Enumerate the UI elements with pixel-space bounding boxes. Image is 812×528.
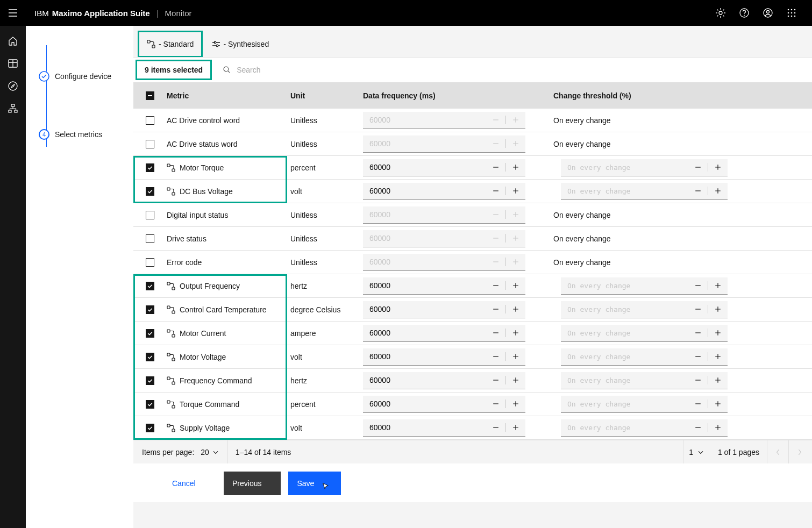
row-checkbox[interactable] [146,140,154,148]
save-button[interactable]: Save [288,472,341,495]
decrement-button[interactable] [688,277,708,294]
threshold-input[interactable] [561,372,688,389]
previous-button[interactable]: Previous [224,472,281,495]
increment-button[interactable] [506,182,525,199]
account-button[interactable] [756,0,780,26]
decrement-button[interactable] [688,324,708,341]
step-configure-device[interactable]: Configure device [39,71,127,82]
rail-explore[interactable] [8,81,18,91]
decrement-button[interactable] [688,395,708,412]
frequency-input[interactable] [363,396,486,412]
increment-button[interactable] [506,395,525,412]
cancel-button[interactable]: Cancel [163,472,216,495]
increment-button[interactable] [506,372,525,389]
decrement-button[interactable] [486,372,505,389]
row-checkbox[interactable] [146,376,154,385]
decrement-button[interactable] [486,159,505,176]
increment-button[interactable] [506,301,525,318]
decrement-button[interactable] [688,419,708,436]
decrement-button[interactable] [688,159,708,176]
increment-button[interactable] [708,182,728,199]
minus-icon [694,163,702,172]
frequency-input[interactable] [363,301,486,318]
settings-button[interactable] [709,0,732,26]
decrement-button[interactable] [486,348,505,365]
decrement-button[interactable] [688,301,708,318]
minus-icon [492,187,500,195]
frequency-input[interactable] [363,419,486,436]
increment-button[interactable] [708,277,728,294]
prev-page-button[interactable] [767,440,788,464]
col-thr[interactable]: Change threshold (%) [546,91,812,100]
increment-button[interactable] [708,324,728,341]
increment-button[interactable] [506,348,525,365]
decrement-button[interactable] [688,348,708,365]
col-unit[interactable]: Unit [290,91,363,100]
increment-button[interactable] [506,324,525,341]
select-all-checkbox[interactable] [146,91,154,100]
frequency-input[interactable] [363,183,486,199]
frequency-input[interactable] [363,159,486,176]
row-checkbox[interactable] [146,211,154,219]
row-checkbox[interactable] [146,187,154,196]
decrement-button[interactable] [486,182,505,199]
search-input[interactable] [237,66,398,74]
decrement-button[interactable] [486,324,505,341]
threshold-input[interactable] [561,301,688,318]
tab-synthesised[interactable]: - Synthesised [205,33,275,55]
row-checkbox[interactable] [146,116,154,125]
tab-standard[interactable]: - Standard [140,33,200,55]
increment-button[interactable] [708,348,728,365]
row-checkbox[interactable] [146,234,154,243]
rail-hierarchy[interactable] [8,103,18,114]
threshold-input[interactable] [561,183,688,199]
increment-button[interactable] [708,395,728,412]
chevron-down-icon[interactable] [696,448,705,456]
menu-button[interactable] [0,0,26,26]
decrement-button[interactable] [486,277,505,294]
col-metric[interactable]: Metric [167,91,290,100]
help-button[interactable] [732,0,756,26]
frequency-input[interactable] [363,348,486,365]
col-freq[interactable]: Data frequency (ms) [363,91,546,100]
threshold-input[interactable] [561,325,688,341]
plus-icon [714,423,722,432]
page-number[interactable]: 1 [689,448,693,456]
rail-table[interactable] [8,58,18,69]
frequency-input[interactable] [363,277,486,294]
row-checkbox[interactable] [146,163,154,172]
row-checkbox[interactable] [146,282,154,290]
threshold-input[interactable] [561,159,688,176]
increment-button[interactable] [708,372,728,389]
increment-button[interactable] [708,159,728,176]
frequency-input[interactable] [363,325,486,341]
next-page-button[interactable] [788,440,810,464]
app-switcher-button[interactable] [780,0,803,26]
decrement-button[interactable] [486,419,505,436]
threshold-input[interactable] [561,396,688,412]
threshold-input[interactable] [561,348,688,365]
decrement-button[interactable] [688,182,708,199]
chevron-right-icon [795,448,804,456]
step-select-metrics[interactable]: 4 Select metrics [39,129,127,140]
chevron-down-icon[interactable] [211,448,220,456]
items-per-page-value[interactable]: 20 [201,448,209,456]
threshold-input[interactable] [561,277,688,294]
increment-button[interactable] [708,419,728,436]
increment-button[interactable] [506,419,525,436]
row-checkbox[interactable] [146,353,154,361]
row-checkbox[interactable] [146,424,154,432]
row-checkbox[interactable] [146,400,154,409]
decrement-button[interactable] [486,395,505,412]
threshold-input[interactable] [561,419,688,436]
increment-button[interactable] [506,277,525,294]
frequency-input[interactable] [363,372,486,389]
increment-button[interactable] [506,159,525,176]
row-checkbox[interactable] [146,305,154,314]
decrement-button[interactable] [688,372,708,389]
row-checkbox[interactable] [146,258,154,267]
row-checkbox[interactable] [146,329,154,338]
increment-button[interactable] [708,301,728,318]
rail-home[interactable] [8,35,18,46]
decrement-button[interactable] [486,301,505,318]
